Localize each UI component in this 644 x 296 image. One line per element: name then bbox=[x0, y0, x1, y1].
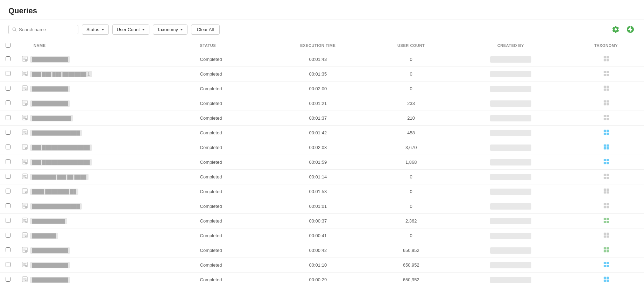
row-execution-time-cell: 00:02:00 bbox=[267, 82, 369, 96]
svg-rect-72 bbox=[606, 147, 608, 149]
svg-rect-41 bbox=[603, 103, 606, 105]
row-execution-time-cell: 00:01:42 bbox=[267, 126, 369, 140]
row-name: ████████████ bbox=[30, 100, 70, 107]
row-checkbox[interactable] bbox=[6, 115, 10, 120]
row-taxonomy-cell bbox=[568, 170, 644, 184]
row-checkbox[interactable] bbox=[6, 130, 10, 135]
taxonomy-icon bbox=[603, 56, 609, 62]
row-taxonomy-cell bbox=[568, 140, 644, 155]
row-taxonomy-cell bbox=[568, 96, 644, 111]
svg-rect-112 bbox=[606, 206, 608, 208]
row-checkbox[interactable] bbox=[6, 145, 10, 149]
row-checkbox[interactable] bbox=[6, 86, 10, 91]
search-input[interactable] bbox=[19, 27, 75, 32]
col-header-taxonomy: TAXONOMY bbox=[568, 39, 644, 52]
svg-rect-111 bbox=[603, 206, 606, 208]
query-icon bbox=[22, 100, 28, 107]
user-count-chevron-icon bbox=[142, 29, 145, 30]
row-checkbox-cell bbox=[0, 258, 16, 273]
svg-point-58 bbox=[26, 133, 27, 134]
svg-rect-129 bbox=[603, 233, 606, 235]
bolt-icon bbox=[627, 26, 634, 33]
row-checkbox-cell bbox=[0, 82, 16, 96]
row-created-by-cell: ████████████ bbox=[453, 184, 568, 199]
row-checkbox-cell bbox=[0, 273, 16, 287]
query-icon bbox=[22, 261, 28, 269]
svg-rect-9 bbox=[603, 56, 606, 58]
query-icon bbox=[22, 144, 28, 151]
created-by-value: ████████████ bbox=[490, 174, 531, 180]
created-by-value: ████████████ bbox=[490, 203, 531, 210]
row-status-cell: Completed bbox=[194, 155, 267, 170]
table-row: ███████████ Completed 00:00:37 2,362 ███… bbox=[0, 214, 644, 228]
svg-rect-11 bbox=[603, 59, 606, 61]
select-all-checkbox[interactable] bbox=[6, 43, 10, 48]
svg-rect-121 bbox=[603, 221, 606, 223]
svg-rect-79 bbox=[603, 159, 606, 161]
row-taxonomy-cell bbox=[568, 111, 644, 126]
row-name: ████████ ███ ██ ████ bbox=[30, 174, 89, 180]
query-icon bbox=[22, 158, 28, 166]
row-checkbox[interactable] bbox=[6, 159, 10, 164]
row-checkbox-cell bbox=[0, 287, 16, 290]
row-created-by-cell: ████████████ bbox=[453, 228, 568, 243]
row-checkbox[interactable] bbox=[6, 174, 10, 179]
row-name-cell: ████████████ bbox=[16, 273, 194, 287]
svg-rect-39 bbox=[603, 100, 606, 103]
settings-button[interactable] bbox=[610, 24, 621, 35]
created-by-value: ████████████ bbox=[490, 86, 531, 92]
row-user-count-cell: 2,362 bbox=[369, 214, 453, 228]
status-filter-button[interactable]: Status bbox=[82, 24, 109, 35]
created-by-value: ████████████ bbox=[490, 130, 531, 136]
row-user-count-cell: 650,952 bbox=[369, 287, 453, 290]
created-by-value: ████████████ bbox=[490, 218, 531, 224]
row-checkbox[interactable] bbox=[6, 247, 10, 252]
row-name: ███ ████████████████ bbox=[30, 159, 92, 165]
table-row: ███ ████████████████ Completed 00:01:59 … bbox=[0, 155, 644, 170]
svg-rect-101 bbox=[603, 191, 606, 193]
taxonomy-filter-button[interactable]: Taxonomy bbox=[153, 24, 187, 35]
row-checkbox[interactable] bbox=[6, 218, 10, 223]
row-checkbox[interactable] bbox=[6, 233, 10, 238]
row-checkbox[interactable] bbox=[6, 189, 10, 193]
row-taxonomy-cell bbox=[568, 287, 644, 290]
svg-rect-82 bbox=[606, 162, 608, 164]
svg-rect-142 bbox=[606, 250, 608, 252]
row-status-cell: Completed bbox=[194, 214, 267, 228]
row-checkbox[interactable] bbox=[6, 203, 10, 208]
clear-all-button[interactable]: Clear All bbox=[191, 24, 220, 35]
row-status-cell: Completed bbox=[194, 170, 267, 184]
table-row: ███ ████████████████ Completed 00:02:03 … bbox=[0, 140, 644, 155]
svg-rect-130 bbox=[606, 233, 608, 235]
user-count-filter-button[interactable]: User Count bbox=[112, 24, 149, 35]
svg-rect-132 bbox=[606, 235, 608, 238]
row-checkbox[interactable] bbox=[6, 277, 10, 282]
svg-rect-81 bbox=[603, 162, 606, 164]
svg-rect-51 bbox=[603, 118, 606, 120]
svg-rect-42 bbox=[606, 103, 608, 105]
created-by-value: ████████████ bbox=[490, 233, 531, 239]
svg-rect-109 bbox=[603, 203, 606, 205]
row-name-cell: ████ ████████ ██ bbox=[16, 184, 194, 199]
row-checkbox[interactable] bbox=[6, 262, 10, 267]
row-checkbox[interactable] bbox=[6, 56, 10, 61]
bolt-button[interactable] bbox=[625, 24, 636, 35]
col-header-execution-time: EXECUTION TIME bbox=[267, 39, 369, 52]
taxonomy-icon bbox=[603, 188, 609, 194]
svg-point-78 bbox=[26, 162, 27, 163]
row-name: ███ ████████████████ bbox=[30, 145, 92, 151]
svg-rect-99 bbox=[603, 189, 606, 191]
created-by-value: ████████████ bbox=[490, 189, 531, 195]
status-filter-label: Status bbox=[86, 27, 99, 32]
row-checkbox[interactable] bbox=[6, 100, 10, 105]
row-checkbox[interactable] bbox=[6, 71, 10, 76]
svg-rect-50 bbox=[606, 115, 608, 117]
clear-all-label: Clear All bbox=[197, 27, 214, 32]
taxonomy-icon bbox=[603, 129, 609, 135]
row-checkbox-cell bbox=[0, 111, 16, 126]
toolbar-right bbox=[610, 24, 636, 35]
row-status-cell: Completed bbox=[194, 258, 267, 273]
query-icon bbox=[22, 217, 28, 225]
row-created-by-cell: ████████████ bbox=[453, 155, 568, 170]
col-header-name: NAME bbox=[16, 39, 194, 52]
